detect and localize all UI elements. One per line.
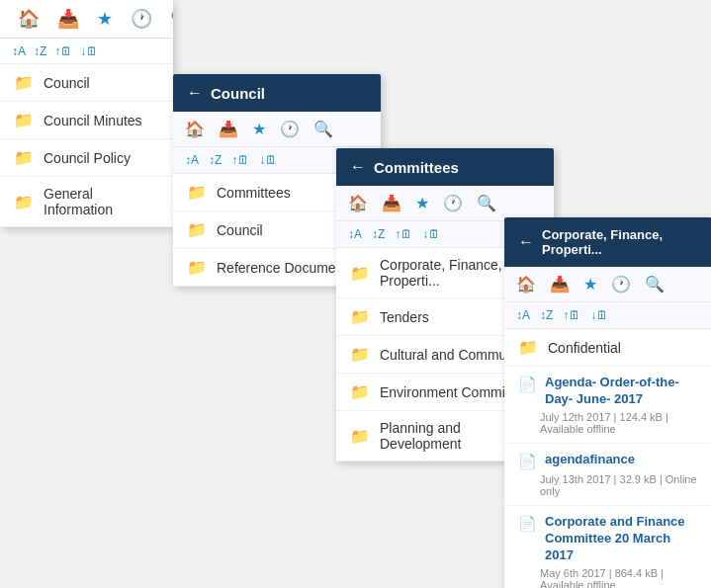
list-item-general-info[interactable]: 📁 General Information <box>0 177 173 227</box>
document-icon: 📄 <box>518 514 537 534</box>
clock-icon[interactable]: 🕐 <box>280 120 300 138</box>
sort-za-icon[interactable]: ↕Z <box>372 227 385 241</box>
inbox-icon[interactable]: 📥 <box>382 194 401 212</box>
clock-icon[interactable]: 🕐 <box>611 275 631 294</box>
sort-bar-1: ↕A ↕Z ↑🗓 ↓🗓 <box>0 40 173 64</box>
home-icon[interactable]: 🏠 <box>18 8 40 30</box>
inbox-icon[interactable]: 📥 <box>219 120 238 138</box>
panel-committees-title: Committees <box>374 159 459 176</box>
item-label: Tenders <box>380 309 429 325</box>
doc-title-label: Corporate and Finance Committee 20 March… <box>545 514 698 564</box>
star-icon[interactable]: ★ <box>97 8 113 30</box>
folder-icon: 📁 <box>350 264 370 283</box>
inbox-icon[interactable]: 📥 <box>550 275 570 294</box>
home-icon[interactable]: 🏠 <box>185 120 205 138</box>
sort-az-icon[interactable]: ↕A <box>516 308 530 322</box>
corp-finance-sort-toolbar: ↕A ↕Z ↑🗓 ↓🗓 <box>504 302 711 329</box>
back-arrow-icon[interactable]: ← <box>518 233 534 251</box>
doc-title-label: agendafinance <box>545 452 635 468</box>
sort-az-icon[interactable]: ↕A <box>348 227 362 241</box>
panel-committees-header: ← Committees <box>336 148 554 186</box>
folder-icon: 📁 <box>350 345 370 364</box>
sort-za-icon[interactable]: ↕Z <box>540 308 553 322</box>
panel-corp-finance-title: Corporate, Finance, Properti... <box>542 227 698 257</box>
sort-date-up-icon[interactable]: ↑🗓 <box>395 227 412 241</box>
document-icon: 📄 <box>518 452 537 471</box>
sort-date-down-icon[interactable]: ↓🗓 <box>590 308 608 322</box>
folder-icon: 📁 <box>187 220 207 239</box>
inbox-icon[interactable]: 📥 <box>57 8 79 30</box>
sort-az-icon[interactable]: ↕A <box>12 44 26 58</box>
sort-date-up-icon[interactable]: ↑🗓 <box>563 308 580 322</box>
list-item-council[interactable]: 📁 Council <box>0 64 173 102</box>
doc-item-agendafinance[interactable]: 📄 agendafinance July 13th 2017 | 32.9 kB… <box>504 444 711 507</box>
council-icon-toolbar: 🏠 📥 ★ 🕐 🔍 <box>173 112 381 147</box>
item-label: Confidential <box>548 340 621 356</box>
clock-icon[interactable]: 🕐 <box>131 8 152 30</box>
item-label: General Information <box>44 186 159 217</box>
item-label: Council <box>217 222 263 238</box>
item-label: Council <box>44 75 90 91</box>
doc-item-agenda-june[interactable]: 📄 Agenda- Order-of-the- Day- June- 2017 … <box>504 367 711 444</box>
sort-za-icon[interactable]: ↕Z <box>209 153 222 167</box>
search-icon[interactable]: 🔍 <box>477 194 496 212</box>
sort-date-down-icon[interactable]: ↓🗓 <box>80 44 98 58</box>
home-icon[interactable]: 🏠 <box>516 275 536 294</box>
item-label: Reference Documents <box>217 260 354 276</box>
item-label: Council Policy <box>44 150 131 166</box>
star-icon[interactable]: ★ <box>415 194 429 212</box>
folder-icon: 📁 <box>518 338 538 357</box>
panel-council-title: Council <box>211 85 265 102</box>
panel-root: 🏠 📥 ★ 🕐 🔍 ↕A ↕Z ↑🗓 ↓🗓 📁 Council 📁 Counci… <box>0 0 173 227</box>
doc-title-label: Agenda- Order-of-the- Day- June- 2017 <box>545 375 698 408</box>
search-icon[interactable]: 🔍 <box>313 120 333 138</box>
home-icon[interactable]: 🏠 <box>348 194 368 212</box>
sort-date-up-icon[interactable]: ↑🗓 <box>231 153 249 167</box>
doc-item-corp-finance-march[interactable]: 📄 Corporate and Finance Committee 20 Mar… <box>504 506 711 588</box>
folder-icon: 📁 <box>14 111 34 129</box>
item-label: Committees <box>217 185 291 201</box>
folder-icon: 📁 <box>350 307 370 326</box>
doc-meta: July 12th 2017 | 124.4 kB | Available of… <box>518 411 698 435</box>
folder-icon: 📁 <box>14 73 34 92</box>
search-icon[interactable]: 🔍 <box>645 275 665 294</box>
sort-date-down-icon[interactable]: ↓🗓 <box>422 227 440 241</box>
panel-corp-finance-header: ← Corporate, Finance, Properti... <box>504 217 711 267</box>
list-item-confidential[interactable]: 📁 Confidential <box>504 329 711 367</box>
corp-finance-icon-toolbar: 🏠 📥 ★ 🕐 🔍 <box>504 267 711 302</box>
star-icon[interactable]: ★ <box>583 275 597 294</box>
star-icon[interactable]: ★ <box>252 120 266 138</box>
committees-icon-toolbar: 🏠 📥 ★ 🕐 🔍 <box>336 186 554 221</box>
back-arrow-icon[interactable]: ← <box>187 84 203 102</box>
folder-icon: 📁 <box>187 183 207 202</box>
sort-za-icon[interactable]: ↕Z <box>34 44 46 58</box>
document-icon: 📄 <box>518 375 537 394</box>
folder-icon: 📁 <box>14 148 34 167</box>
sort-date-down-icon[interactable]: ↓🗓 <box>259 153 277 167</box>
doc-meta: May 6th 2017 | 864.4 kB | Available offl… <box>518 567 698 588</box>
folder-icon: 📁 <box>350 382 370 401</box>
clock-icon[interactable]: 🕐 <box>443 194 463 212</box>
back-arrow-icon[interactable]: ← <box>350 158 366 176</box>
panel-corp-finance: ← Corporate, Finance, Properti... 🏠 📥 ★ … <box>504 217 711 588</box>
sort-az-icon[interactable]: ↕A <box>185 153 199 167</box>
list-item-council-minutes[interactable]: 📁 Council Minutes <box>0 102 173 139</box>
folder-icon: 📁 <box>350 427 370 446</box>
search-icon[interactable]: 🔍 <box>170 8 173 30</box>
folder-icon: 📁 <box>14 193 34 211</box>
app-bar: 🏠 📥 ★ 🕐 🔍 <box>0 0 173 39</box>
list-item-council-policy[interactable]: 📁 Council Policy <box>0 139 173 177</box>
doc-meta: July 13th 2017 | 32.9 kB | Online only <box>518 473 698 497</box>
sort-date-up-icon[interactable]: ↑🗓 <box>54 44 72 58</box>
panel-council-header: ← Council <box>173 74 381 112</box>
folder-icon: 📁 <box>187 258 207 277</box>
item-label: Council Minutes <box>44 113 142 128</box>
